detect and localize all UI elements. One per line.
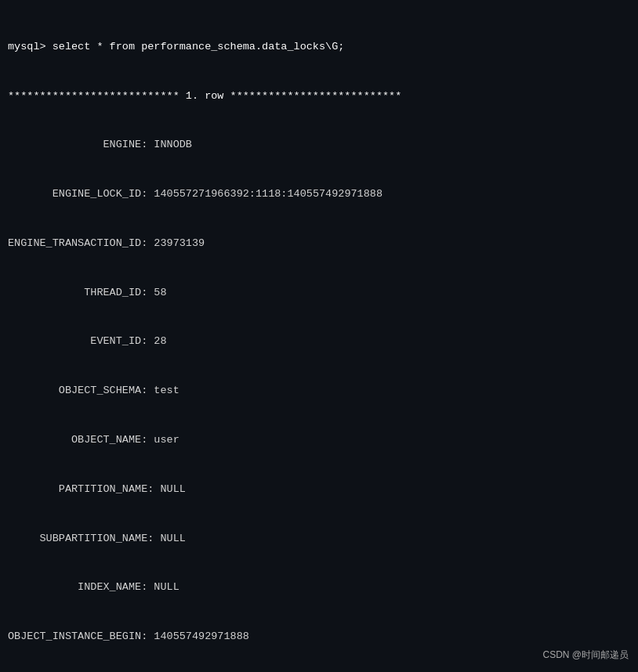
row1-engine-transaction-id: ENGINE_TRANSACTION_ID: 23973139 [8, 236, 630, 252]
terminal-window: mysql> select * from performance_schema.… [8, 6, 630, 672]
row1-object-instance-begin: OBJECT_INSTANCE_BEGIN: 140557492971888 [8, 629, 630, 645]
csdn-badge: CSDN @时间邮递员 [542, 648, 629, 663]
row1-event-id: EVENT_ID: 28 [8, 334, 630, 350]
row1-engine-lock-id: ENGINE_LOCK_ID: 140557271966392:1118:140… [8, 186, 630, 203]
row1-separator: *************************** 1. row *****… [8, 89, 630, 105]
row1-thread-id: THREAD_ID: 58 [8, 285, 630, 302]
row1-subpartition-name: SUBPARTITION_NAME: NULL [8, 531, 630, 547]
row1-object-schema: OBJECT_SCHEMA: test [8, 383, 630, 399]
command-line: mysql> select * from performance_schema.… [8, 39, 630, 56]
row1-partition-name: PARTITION_NAME: NULL [8, 482, 630, 498]
row1-index-name: INDEX_NAME: NULL [8, 580, 630, 596]
row1-object-name: OBJECT_NAME: user [8, 432, 630, 449]
row1-engine: ENGINE: INNODB [8, 137, 630, 154]
